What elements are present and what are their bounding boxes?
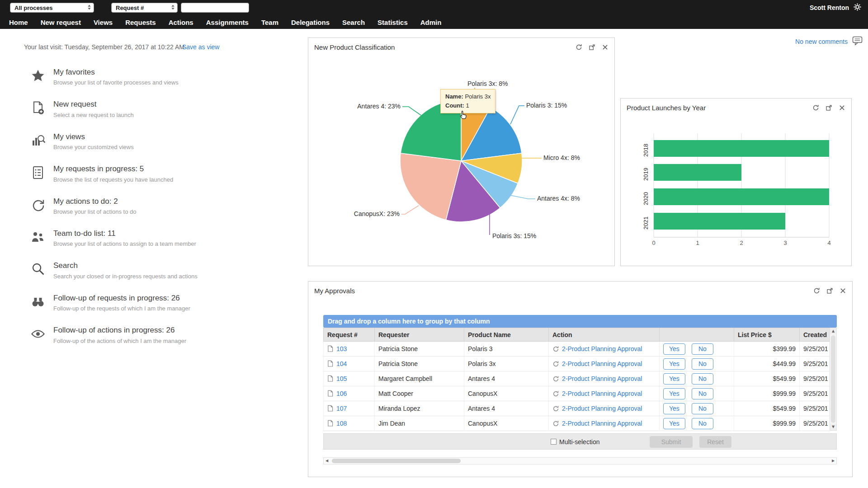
action-link[interactable]: 2-Product Planning Approval — [562, 345, 642, 352]
action-link[interactable]: 2-Product Planning Approval — [562, 360, 642, 367]
bar[interactable] — [654, 188, 829, 205]
menu-item-search[interactable]: SearchSearch your closed or in-progress … — [29, 260, 273, 279]
menu-item-title[interactable]: Search — [53, 261, 198, 270]
refresh-icon[interactable] — [812, 104, 819, 111]
approve-yes-button[interactable]: Yes — [663, 388, 685, 399]
widget-header: My Approvals — [308, 282, 852, 300]
request-link[interactable]: 107 — [336, 405, 347, 412]
column-header-list-price[interactable]: List Price $ — [734, 328, 800, 342]
vertical-scrollbar[interactable]: ▲ ▼ — [830, 328, 837, 431]
approve-yes-button[interactable]: Yes — [663, 403, 685, 414]
scroll-up-arrow[interactable]: ▲ — [830, 328, 836, 334]
horizontal-scroll-thumb[interactable] — [332, 459, 461, 463]
approve-yes-button[interactable]: Yes — [663, 373, 685, 385]
bar[interactable] — [654, 140, 829, 157]
column-header-request[interactable]: Request # — [324, 328, 375, 342]
menu-item-title[interactable]: My views — [53, 132, 134, 141]
approve-yes-button[interactable]: Yes — [663, 343, 685, 355]
request-link[interactable]: 103 — [336, 345, 347, 352]
workflow-step-icon — [552, 375, 562, 382]
submit-button[interactable]: Submit — [650, 436, 693, 448]
close-icon[interactable] — [601, 43, 609, 51]
nav-item-assignments[interactable]: Assignments — [200, 19, 255, 26]
bar[interactable] — [654, 213, 785, 230]
group-by-drop-zone[interactable]: Drag and drop a column here to group by … — [323, 315, 837, 328]
menu-item-subtitle: Browse your list of favorite processes a… — [53, 79, 179, 86]
menu-item-binoculars[interactable]: Follow-up of requests in progress: 26Fol… — [29, 293, 273, 312]
widget-product-launches-by-year: Product Launches by Year 012342018201920… — [620, 98, 852, 266]
menu-item-views[interactable]: My viewsBrowse your customized views — [29, 131, 273, 150]
user-menu[interactable]: Scott Renton — [810, 3, 862, 13]
menu-item-actions[interactable]: My actions to do: 2Browse your list of a… — [29, 196, 273, 215]
approve-no-button[interactable]: No — [692, 388, 713, 399]
nav-item-admin[interactable]: Admin — [414, 19, 448, 26]
popout-icon[interactable] — [825, 104, 832, 111]
approve-no-button[interactable]: No — [692, 373, 713, 385]
column-header-created[interactable]: Created — [800, 328, 830, 342]
approve-no-button[interactable]: No — [692, 403, 713, 414]
nav-item-statistics[interactable]: Statistics — [371, 19, 414, 26]
request-link[interactable]: 104 — [336, 360, 347, 367]
column-header-approve[interactable] — [660, 328, 734, 342]
menu-item-title[interactable]: Team to-do list: 11 — [53, 229, 196, 238]
horizontal-scrollbar[interactable]: ◀ ▶ — [323, 457, 837, 465]
menu-item-requests[interactable]: My requests in progress: 5Browse the lis… — [29, 164, 273, 183]
gear-icon[interactable] — [853, 3, 862, 13]
menu-item-title[interactable]: My actions to do: 2 — [53, 197, 137, 206]
close-icon[interactable] — [838, 104, 845, 111]
column-header-action[interactable]: Action — [549, 328, 660, 342]
nav-item-team[interactable]: Team — [255, 19, 285, 26]
close-icon[interactable] — [839, 287, 846, 294]
bar-chart: 012342018201920202021 — [621, 117, 852, 267]
menu-item-title[interactable]: My favorites — [53, 68, 179, 77]
request-link[interactable]: 105 — [336, 375, 347, 382]
multi-selection-checkbox[interactable] — [551, 439, 557, 445]
pie-slice-label: Polaris 3x: 8% — [467, 80, 508, 87]
menu-item-eye[interactable]: Follow-up of actions in progress: 26Foll… — [29, 325, 273, 344]
approve-no-button[interactable]: No — [692, 343, 713, 355]
nav-item-home[interactable]: Home — [3, 19, 34, 26]
nav-item-views[interactable]: Views — [87, 19, 119, 26]
nav-item-actions[interactable]: Actions — [162, 19, 200, 26]
approve-no-button[interactable]: No — [692, 418, 713, 429]
request-link[interactable]: 106 — [336, 390, 347, 397]
menu-item-team[interactable]: Team to-do list: 11Browse your list of a… — [29, 228, 273, 247]
menu-item-title[interactable]: Follow-up of actions in progress: 26 — [53, 326, 186, 335]
approve-yes-button[interactable]: Yes — [663, 418, 685, 429]
menu-item-star[interactable]: My favoritesBrowse your list of favorite… — [29, 67, 273, 86]
topbar-search-input[interactable] — [181, 3, 249, 13]
scroll-down-arrow[interactable]: ▼ — [830, 424, 836, 430]
created-cell: 9/25/201 — [800, 342, 830, 357]
request-link[interactable]: 108 — [336, 420, 347, 427]
action-link[interactable]: 2-Product Planning Approval — [562, 405, 642, 412]
column-header-requester[interactable]: Requester — [375, 328, 464, 342]
menu-item-new-request[interactable]: New requestSelect a new request to launc… — [29, 99, 273, 118]
action-link[interactable]: 2-Product Planning Approval — [562, 375, 642, 382]
nav-item-requests[interactable]: Requests — [119, 19, 162, 26]
nav-item-delegations[interactable]: Delegations — [285, 19, 336, 26]
menu-item-title[interactable]: My requests in progress: 5 — [53, 164, 173, 174]
action-link[interactable]: 2-Product Planning Approval — [562, 420, 642, 427]
column-header-product-name[interactable]: Product Name — [464, 328, 549, 342]
approve-no-button[interactable]: No — [692, 358, 713, 370]
no-new-comments-link[interactable]: No new comments — [795, 38, 848, 45]
menu-item-title[interactable]: Follow-up of requests in progress: 26 — [53, 294, 190, 303]
refresh-icon[interactable] — [813, 287, 820, 294]
popout-icon[interactable] — [588, 43, 595, 51]
bar[interactable] — [654, 164, 741, 181]
save-as-view-link[interactable]: Save as view — [182, 43, 219, 51]
action-link[interactable]: 2-Product Planning Approval — [562, 390, 642, 397]
comment-bubble-icon[interactable] — [852, 36, 863, 47]
vertical-scroll-thumb[interactable] — [831, 335, 835, 423]
refresh-icon[interactable] — [575, 43, 582, 51]
nav-item-new-request[interactable]: New request — [34, 19, 87, 26]
process-filter-select[interactable]: All processes — [10, 3, 94, 13]
scroll-left-arrow[interactable]: ◀ — [324, 458, 330, 464]
nav-item-search[interactable]: Search — [336, 19, 371, 26]
reset-button[interactable]: Reset — [699, 436, 731, 448]
approve-yes-button[interactable]: Yes — [663, 358, 685, 370]
menu-item-title[interactable]: New request — [53, 100, 134, 109]
search-field-select[interactable]: Request # — [111, 3, 178, 13]
scroll-right-arrow[interactable]: ▶ — [830, 458, 836, 464]
popout-icon[interactable] — [826, 287, 833, 294]
